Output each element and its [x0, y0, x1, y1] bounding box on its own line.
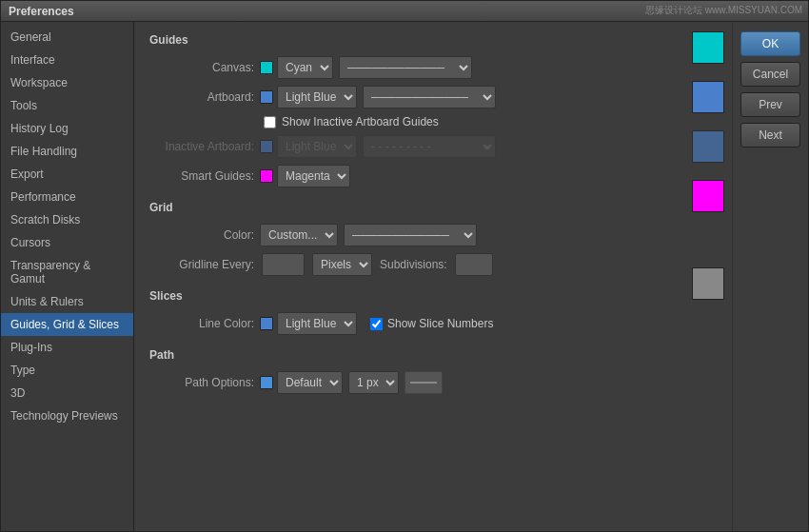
line-color-select[interactable]: Light Blue	[277, 312, 357, 335]
canvas-label: Canvas:	[149, 61, 254, 74]
sidebar-item-general[interactable]: General	[1, 26, 133, 49]
subdivisions-value[interactable]: 5	[455, 253, 493, 276]
main-area: Guides Canvas: Cyan ────────────	[134, 22, 684, 531]
subdivisions-label: Subdivisions:	[380, 258, 447, 271]
path-options-label: Path Options:	[149, 376, 254, 389]
artboard-color-dot	[260, 90, 273, 104]
cancel-button[interactable]: Cancel	[740, 62, 800, 87]
guides-title: Guides	[149, 33, 669, 49]
smart-guides-label: Smart Guides:	[149, 169, 254, 183]
grid-color-select[interactable]: Custom...	[260, 224, 338, 246]
sidebar-item-3d[interactable]: 3D	[1, 382, 133, 404]
path-color-dot	[260, 376, 273, 389]
artboard-row: Artboard: Light Blue ────────────	[149, 86, 669, 108]
path-title: Path	[149, 348, 669, 364]
show-numbers-label: Show Slice Numbers	[387, 317, 493, 330]
canvas-swatch[interactable]	[692, 31, 724, 64]
path-swatch	[404, 371, 443, 394]
sidebar-item-interface[interactable]: Interface	[1, 49, 133, 71]
sidebar-item-techpreviews[interactable]: Technology Previews	[1, 404, 133, 427]
path-line-icon	[410, 382, 437, 384]
slices-title: Slices	[149, 289, 669, 305]
sidebar-item-workspace[interactable]: Workspace	[1, 71, 133, 94]
gridline-value[interactable]: 50	[262, 253, 305, 276]
grid-color-row: Color: Custom... ────────────	[149, 224, 669, 246]
sidebar-item-cursors[interactable]: Cursors	[1, 231, 133, 254]
guides-section: Guides Canvas: Cyan ────────────	[149, 33, 669, 187]
show-inactive-row: Show Inactive Artboard Guides	[264, 115, 669, 128]
grid-section: Grid Color: Custom... ────────────	[149, 201, 669, 276]
show-numbers-checkbox[interactable]	[370, 318, 383, 330]
sidebar-item-type[interactable]: Type	[1, 359, 133, 382]
sidebar: General Interface Workspace Tools Histor…	[1, 22, 134, 531]
sidebar-item-plugins[interactable]: Plug-Ins	[1, 336, 133, 359]
buttons-panel: OK Cancel Prev Next	[732, 22, 808, 531]
prev-button[interactable]: Prev	[740, 92, 800, 117]
artboard-label: Artboard:	[149, 90, 254, 104]
line-color-row: Line Color: Light Blue Show Slice Number…	[149, 312, 669, 335]
path-section: Path Path Options: Default 1 px	[149, 348, 669, 394]
gridline-row: Gridline Every: 50 Pixels Subdivisions: …	[149, 253, 669, 276]
line-color-label: Line Color:	[149, 317, 254, 330]
smart-swatch[interactable]	[692, 180, 724, 212]
canvas-select-wrapper: Cyan	[260, 56, 333, 79]
window-title: Preferences	[9, 5, 74, 18]
swatches-column	[684, 22, 732, 531]
sidebar-item-historylog[interactable]: History Log	[1, 117, 133, 140]
smart-color-dot	[260, 169, 273, 183]
sidebar-item-units[interactable]: Units & Rulers	[1, 290, 133, 313]
smart-guides-row: Smart Guides: Magenta	[149, 165, 669, 187]
inactive-label: Inactive Artboard:	[149, 140, 254, 153]
artboard-color-select[interactable]: Light Blue	[277, 86, 357, 108]
gridline-unit-select[interactable]: Pixels	[312, 253, 372, 276]
inactive-swatch[interactable]	[692, 130, 724, 163]
grid-color-wrapper: Custom...	[260, 224, 338, 246]
show-inactive-checkbox[interactable]	[264, 116, 276, 128]
path-color-wrapper: Default	[260, 371, 343, 394]
ok-button[interactable]: OK	[740, 31, 800, 56]
path-size-select[interactable]: 1 px	[348, 371, 399, 394]
sidebar-item-tools[interactable]: Tools	[1, 94, 133, 117]
grid-swatch[interactable]	[692, 267, 724, 300]
grid-color-label: Color:	[149, 228, 254, 242]
canvas-color-dot	[260, 61, 273, 74]
canvas-line-style[interactable]: ────────────	[339, 56, 472, 79]
canvas-color-select[interactable]: Cyan	[277, 56, 333, 79]
sidebar-item-performance[interactable]: Performance	[1, 186, 133, 208]
next-button[interactable]: Next	[740, 123, 800, 148]
line-color-dot	[260, 317, 273, 330]
preferences-window: Preferences 思缘设计论坛 www.MISSYUAN.COM Gene…	[0, 0, 809, 532]
canvas-row: Canvas: Cyan ────────────	[149, 56, 669, 79]
inactive-color-dot	[260, 140, 273, 153]
grid-title: Grid	[149, 201, 669, 216]
title-bar: Preferences 思缘设计论坛 www.MISSYUAN.COM	[1, 1, 808, 22]
path-color-select[interactable]: Default	[277, 371, 343, 394]
artboard-line-style[interactable]: ────────────	[363, 86, 496, 108]
sidebar-item-guides[interactable]: Guides, Grid & Slices	[1, 313, 133, 336]
inactive-color-select[interactable]: Light Blue	[277, 135, 357, 158]
sidebar-item-transparency[interactable]: Transparency & Gamut	[1, 254, 133, 290]
show-inactive-label: Show Inactive Artboard Guides	[282, 115, 439, 128]
inactive-row: Inactive Artboard: Light Blue - - - - - …	[149, 135, 669, 158]
artboard-select-wrapper: Light Blue	[260, 86, 357, 108]
path-options-row: Path Options: Default 1 px	[149, 371, 669, 394]
smart-select-wrapper: Magenta	[260, 165, 350, 187]
inactive-line-style[interactable]: - - - - - - - - -	[363, 135, 496, 158]
line-color-wrapper: Light Blue	[260, 312, 357, 335]
inactive-select-wrapper: Light Blue	[260, 135, 357, 158]
grid-line-style[interactable]: ────────────	[344, 224, 477, 246]
logo-text: 思缘设计论坛 www.MISSYUAN.COM	[645, 4, 802, 17]
artboard-swatch[interactable]	[692, 81, 724, 113]
smart-guides-color-select[interactable]: Magenta	[277, 165, 350, 187]
sidebar-item-scratchdisks[interactable]: Scratch Disks	[1, 208, 133, 231]
gridline-label: Gridline Every:	[149, 258, 254, 271]
slices-section: Slices Line Color: Light Blue Show Slice…	[149, 289, 669, 335]
sidebar-item-filehandling[interactable]: File Handling	[1, 140, 133, 163]
sidebar-item-export[interactable]: Export	[1, 163, 133, 186]
